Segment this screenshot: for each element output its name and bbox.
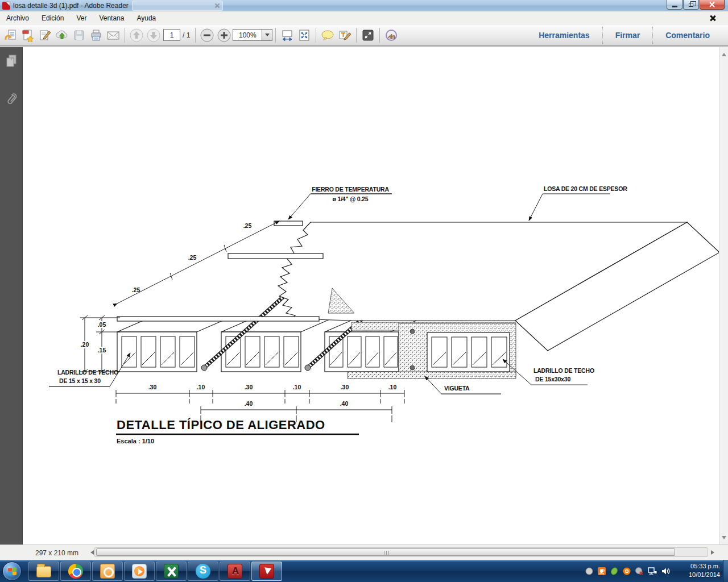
drawing-scale: Escala : 1/10 [117,438,154,444]
windows-explorer-icon [36,566,51,577]
menubar-close-icon[interactable] [709,15,715,21]
zoom-out-button[interactable] [198,27,216,44]
create-pdf-button[interactable] [19,27,36,44]
taskbar-adobe-reader-button[interactable] [251,562,282,581]
zoom-dropdown-button[interactable] [262,29,272,41]
firmar-button[interactable]: Firmar [603,31,653,40]
fit-width-button[interactable] [279,27,296,44]
previous-page-icon [129,28,144,43]
background-window-ghost[interactable] [132,1,223,11]
taskbar-windows-explorer-button[interactable] [28,562,59,581]
title-bar[interactable]: losa detalle 3d (1).pdf - Adobe Reader [0,0,728,11]
toolbar-separator [275,28,276,43]
taskbar-chrome-button[interactable] [60,562,91,581]
clock-date: 10/01/2014 [689,571,720,579]
taskbar-outlook-button[interactable] [92,562,123,581]
volume-tray-icon[interactable] [661,567,671,576]
taskbar-skype-button[interactable] [188,562,218,581]
pdf-drawing: .25 .25 .25 .05 .20 .15 [23,47,719,545]
status-bar: 297 x 210 mm [0,544,728,560]
drawing-title-block: DETALLE TÍPICO DE ALIGERADO Escala : 1/1… [116,418,359,444]
ghost-close-icon [215,3,220,8]
page-thumbnails-icon[interactable] [5,54,18,69]
fit-page-icon [297,28,311,42]
restore-button[interactable] [683,0,699,10]
sign-document-button[interactable] [36,27,53,44]
ladrillo-left-size-label: DE 15 x 15 x 30 [59,377,101,384]
next-page-button[interactable] [145,27,162,44]
hand-tool-button[interactable] [383,27,400,44]
hidden-icons-button[interactable] [585,567,594,576]
page-number-input[interactable] [163,29,180,41]
cloud-upload-button[interactable] [53,27,71,44]
email-button[interactable] [105,27,122,44]
hand-tool-icon [384,28,398,42]
comment-bubble-button[interactable] [319,27,336,44]
svg-text:.10: .10 [197,384,205,390]
taskbar-excel-button[interactable] [156,562,187,581]
fit-page-button[interactable] [296,27,313,44]
fullscreen-icon [361,28,375,42]
zoom-in-button[interactable] [216,27,233,44]
zoom-level-text: 100% [239,31,257,39]
svg-text:.40: .40 [245,400,253,407]
menu-bar: Archivo Edición Ver Ventana Ayuda [0,12,728,24]
orange-app-tray-icon[interactable] [622,567,631,576]
menu-ver[interactable]: Ver [70,13,93,24]
comentario-button[interactable]: Comentario [653,31,722,40]
fierro-label: FIERRO DE TEMPERATURA [312,186,389,193]
pdf-page[interactable]: .25 .25 .25 .05 .20 .15 [23,47,719,545]
svg-text:.25: .25 [188,254,197,261]
horizontal-scrollbar-thumb[interactable] [96,548,675,556]
vertical-scrollbar[interactable] [719,47,728,545]
network-tray-icon[interactable] [647,567,657,576]
show-desktop-button[interactable] [723,560,728,582]
svg-text:.25: .25 [243,222,252,229]
scroll-down-icon[interactable] [722,536,726,542]
clock-time: 05:33 p.m. [689,562,720,571]
minimize-button[interactable] [667,0,682,10]
text-annotation-button[interactable] [336,27,353,44]
page-total-label: / 1 [183,31,190,39]
muted-device-tray-icon[interactable] [635,567,644,576]
taskbar-media-player-button[interactable] [124,562,155,581]
print-icon [89,28,103,42]
java-tray-icon[interactable] [597,567,606,576]
menu-ayuda[interactable]: Ayuda [130,13,162,24]
microsoft-excel-icon [164,564,179,579]
attachments-icon[interactable] [5,92,18,106]
horizontal-scrollbar[interactable] [94,547,708,557]
toolbar-panes: Herramientas Firmar Comentario [526,24,722,46]
vigueta-label: VIGUETA [444,385,470,392]
taskbar-autocad-button[interactable] [220,562,250,581]
fullscreen-button[interactable] [359,27,377,44]
windows-media-player-icon [132,564,147,579]
menu-ventana[interactable]: Ventana [93,13,130,24]
menu-edicion[interactable]: Edición [35,13,70,24]
menu-archivo[interactable]: Archivo [0,13,35,24]
start-button[interactable] [2,562,22,581]
adobe-reader-icon [259,564,274,579]
toolbar-separator [356,28,357,43]
previous-page-button[interactable] [128,27,145,44]
svg-text:.30: .30 [245,384,253,390]
page-size-label: 297 x 210 mm [35,549,78,557]
next-page-icon [146,28,161,43]
save-button[interactable] [71,27,88,44]
windows-flag-icon [8,567,17,576]
close-button[interactable] [700,0,725,10]
fierro-spec-label: ø 1/4" @ 0.25 [333,196,369,202]
green-status-tray-icon[interactable] [610,567,619,576]
dimension-chain-top: .30 .10 .30 .10 .30 .10 [116,384,404,404]
scroll-right-icon[interactable] [711,550,717,555]
svg-text:.15: .15 [98,347,106,354]
open-button[interactable] [2,27,19,44]
cloud-upload-icon [55,28,69,42]
ladrillo-right-size-label: DE 15x30x30 [535,376,570,383]
herramientas-button[interactable]: Herramientas [526,31,602,40]
zoom-level-value[interactable]: 100% [233,29,262,41]
scroll-left-icon[interactable] [88,550,94,555]
taskbar-clock[interactable]: 05:33 p.m. 10/01/2014 [689,562,720,579]
scroll-up-icon[interactable] [722,51,726,56]
print-button[interactable] [88,27,105,44]
